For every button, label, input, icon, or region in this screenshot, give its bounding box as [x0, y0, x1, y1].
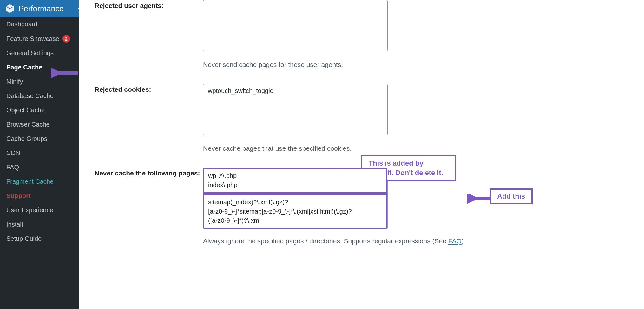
- annotation-add-this-box: Add this: [490, 188, 533, 204]
- sidebar-item-fragment-cache[interactable]: Fragment Cache: [0, 174, 79, 189]
- sidebar-item-label: Page Cache: [6, 64, 42, 71]
- sidebar-item-label: Browser Cache: [6, 121, 50, 128]
- sidebar-item-database-cache[interactable]: Database Cache: [0, 89, 79, 103]
- sidebar-item-label: User Experience: [6, 207, 53, 214]
- never-cache-textarea-wrap: wp-.*\.php index\.php sitemap(_index)?\.…: [203, 168, 388, 229]
- sidebar-item-label: Feature Showcase: [6, 35, 59, 43]
- sidebar-item-cache-groups[interactable]: Cache Groups: [0, 132, 79, 146]
- sidebar-item-cdn[interactable]: CDN: [0, 146, 79, 160]
- help-text: Always ignore the specified pages / dire…: [203, 237, 448, 245]
- sidebar-item-label: Setup Guide: [6, 235, 42, 242]
- rejected-user-agents-input[interactable]: [203, 0, 388, 51]
- field-help: Never send cache pages for these user ag…: [203, 61, 482, 69]
- sidebar-item-label: Cache Groups: [6, 135, 47, 142]
- sidebar-item-support[interactable]: Support: [0, 189, 79, 203]
- notification-badge: 2: [62, 35, 70, 43]
- sidebar-item-label: Dashboard: [6, 21, 37, 28]
- sidebar-item-label: Object Cache: [6, 107, 45, 114]
- field-label: Rejected user agents:: [95, 0, 203, 10]
- never-cache-default-lines: wp-.*\.php index\.php: [203, 168, 388, 194]
- sidebar-menu: Dashboard Feature Showcase2 General Sett…: [0, 17, 79, 246]
- sidebar-item-label: Fragment Cache: [6, 178, 54, 185]
- sidebar-item-page-cache[interactable]: Page Cache: [0, 60, 79, 75]
- sidebar-item-label: General Settings: [6, 49, 54, 57]
- sidebar-item-user-experience[interactable]: User Experience: [0, 203, 79, 217]
- sidebar-item-label: Install: [6, 221, 23, 228]
- sidebar-item-setup-guide[interactable]: Setup Guide: [0, 232, 79, 246]
- sidebar-item-minify[interactable]: Minify: [0, 75, 79, 89]
- sidebar-item-general-settings[interactable]: General Settings: [0, 46, 79, 60]
- sidebar: Performance Dashboard Feature Showcase2 …: [0, 0, 79, 309]
- content-area: Rejected user agents: Never send cache p…: [79, 0, 644, 309]
- sidebar-header-label: Performance: [18, 4, 64, 13]
- sidebar-item-install[interactable]: Install: [0, 217, 79, 232]
- field-help: Always ignore the specified pages / dire…: [203, 237, 482, 245]
- never-cache-input[interactable]: wp-.*\.php index\.php sitemap(_index)?\.…: [203, 168, 388, 229]
- sidebar-item-object-cache[interactable]: Object Cache: [0, 103, 79, 117]
- cube-icon: [5, 4, 15, 13]
- arrow-left-icon: [467, 194, 493, 206]
- sidebar-item-label: Database Cache: [6, 92, 54, 100]
- field-help: Never cache pages that use the specified…: [203, 145, 482, 152]
- sidebar-item-dashboard[interactable]: Dashboard: [0, 17, 79, 31]
- never-cache-added-lines: sitemap(_index)?\.xml(\.gz)? [a-z0-9_\-]…: [203, 194, 388, 229]
- sidebar-item-label: Support: [6, 192, 31, 200]
- sidebar-item-label: CDN: [6, 149, 20, 157]
- field-label: Never cache the following pages:: [95, 168, 203, 177]
- sidebar-item-label: FAQ: [6, 164, 19, 171]
- sidebar-item-label: Minify: [6, 78, 23, 85]
- sidebar-item-browser-cache[interactable]: Browser Cache: [0, 117, 79, 132]
- field-rejected-cookies: Rejected cookies: Never cache pages that…: [95, 84, 628, 152]
- field-label: Rejected cookies:: [95, 84, 203, 93]
- help-text-end: ): [462, 237, 464, 245]
- field-rejected-user-agents: Rejected user agents: Never send cache p…: [95, 0, 628, 69]
- sidebar-item-faq[interactable]: FAQ: [0, 160, 79, 174]
- field-never-cache-pages: Never cache the following pages: wp-.*\.…: [95, 168, 628, 245]
- faq-link[interactable]: FAQ: [448, 237, 462, 245]
- sidebar-header-performance[interactable]: Performance: [0, 0, 79, 17]
- rejected-cookies-input[interactable]: [203, 84, 388, 135]
- sidebar-item-feature-showcase[interactable]: Feature Showcase2: [0, 31, 79, 46]
